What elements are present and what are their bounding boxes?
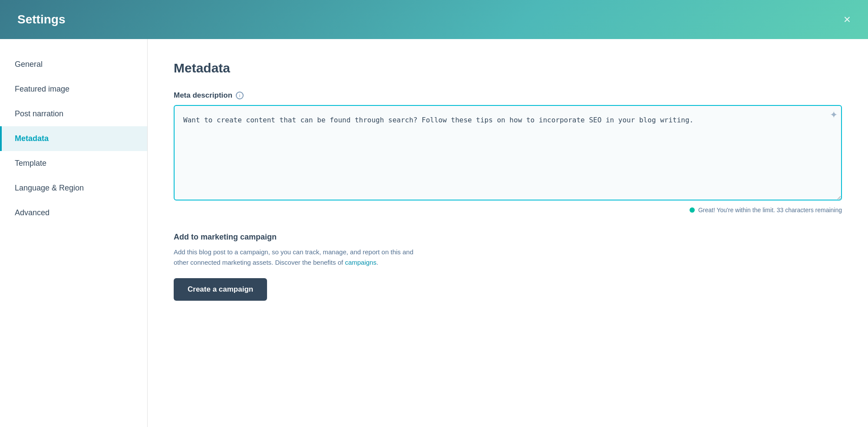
sidebar-item-post-narration[interactable]: Post narration <box>0 102 147 126</box>
close-button[interactable]: × <box>844 13 851 26</box>
campaigns-link[interactable]: campaigns <box>345 259 376 266</box>
field-label-row: Meta description i <box>174 91 842 100</box>
char-status: Great! You're within the limit. 33 chara… <box>174 207 842 214</box>
modal-header: Settings × <box>0 0 868 39</box>
status-dot <box>690 207 695 213</box>
modal-body: General Featured image Post narration Me… <box>0 39 868 427</box>
meta-description-textarea[interactable]: Want to create content that can be found… <box>174 105 842 200</box>
sidebar-item-advanced[interactable]: Advanced <box>0 200 147 225</box>
textarea-wrapper: ✦ Want to create content that can be fou… <box>174 105 842 202</box>
modal-title: Settings <box>17 13 65 26</box>
ai-assist-button[interactable]: ✦ <box>830 109 838 121</box>
sidebar: General Featured image Post narration Me… <box>0 39 148 427</box>
sidebar-item-language-region[interactable]: Language & Region <box>0 176 147 200</box>
char-status-text: Great! You're within the limit. 33 chara… <box>698 207 842 214</box>
main-content: Metadata Meta description i ✦ Want to cr… <box>148 39 868 427</box>
sidebar-item-metadata[interactable]: Metadata <box>0 126 147 151</box>
sidebar-item-general[interactable]: General <box>0 52 147 77</box>
campaign-desc-text2: . <box>376 259 378 266</box>
campaign-section: Add to marketing campaign Add this blog … <box>174 233 842 301</box>
campaign-title: Add to marketing campaign <box>174 233 842 242</box>
create-campaign-button[interactable]: Create a campaign <box>174 278 267 301</box>
meta-description-field: Meta description i ✦ Want to create cont… <box>174 91 842 214</box>
info-icon[interactable]: i <box>236 92 244 99</box>
sidebar-item-template[interactable]: Template <box>0 151 147 176</box>
campaign-description: Add this blog post to a campaign, so you… <box>174 247 417 268</box>
page-title: Metadata <box>174 61 842 76</box>
sidebar-item-featured-image[interactable]: Featured image <box>0 77 147 102</box>
settings-modal: Settings × General Featured image Post n… <box>0 0 868 427</box>
meta-description-label: Meta description <box>174 91 232 100</box>
